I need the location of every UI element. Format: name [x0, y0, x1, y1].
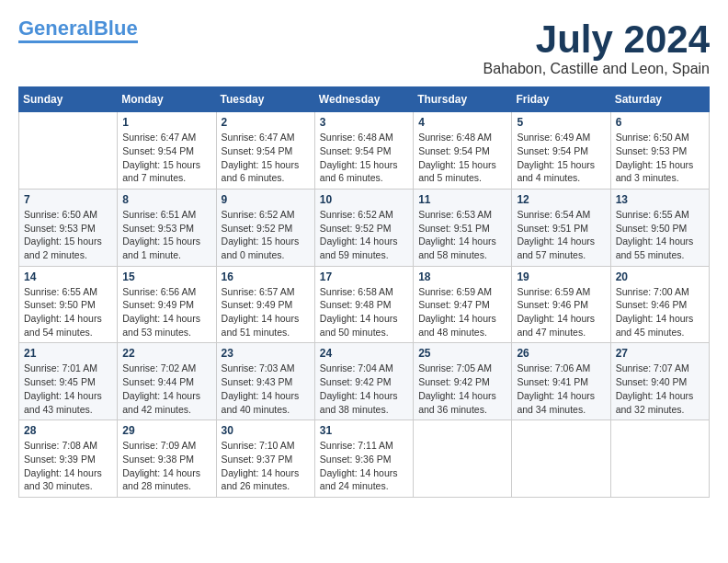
day-info: Sunrise: 7:02 AM Sunset: 9:44 PM Dayligh…	[122, 362, 210, 416]
calendar-cell: 1Sunrise: 6:47 AM Sunset: 9:54 PM Daylig…	[118, 112, 216, 190]
day-number: 13	[616, 193, 704, 206]
calendar-cell: 3Sunrise: 6:48 AM Sunset: 9:54 PM Daylig…	[314, 112, 413, 190]
weekday-header: Wednesday	[314, 87, 413, 112]
day-info: Sunrise: 7:10 AM Sunset: 9:37 PM Dayligh…	[222, 439, 310, 493]
weekday-header: Tuesday	[216, 87, 314, 112]
title-block: July 2024 Bahabon, Castille and Leon, Sp…	[483, 18, 710, 77]
day-info: Sunrise: 7:08 AM Sunset: 9:39 PM Dayligh…	[24, 439, 112, 493]
day-number: 1	[122, 116, 210, 129]
day-number: 28	[24, 424, 112, 437]
day-info: Sunrise: 6:52 AM Sunset: 9:52 PM Dayligh…	[320, 208, 408, 262]
calendar-cell: 7Sunrise: 6:50 AM Sunset: 9:53 PM Daylig…	[19, 189, 118, 266]
calendar-header-row: SundayMondayTuesdayWednesdayThursdayFrid…	[19, 87, 710, 112]
calendar-cell: 31Sunrise: 7:11 AM Sunset: 9:36 PM Dayli…	[314, 420, 413, 498]
day-number: 4	[418, 116, 506, 129]
calendar-cell: 2Sunrise: 6:47 AM Sunset: 9:54 PM Daylig…	[216, 112, 314, 190]
day-info: Sunrise: 6:48 AM Sunset: 9:54 PM Dayligh…	[418, 131, 506, 185]
day-info: Sunrise: 7:00 AM Sunset: 9:46 PM Dayligh…	[616, 285, 704, 339]
weekday-header: Monday	[118, 87, 216, 112]
calendar-cell: 4Sunrise: 6:48 AM Sunset: 9:54 PM Daylig…	[414, 112, 512, 190]
day-number: 30	[222, 424, 310, 437]
logo-general: General	[18, 17, 94, 40]
day-info: Sunrise: 7:04 AM Sunset: 9:42 PM Dayligh…	[320, 362, 408, 416]
day-info: Sunrise: 6:47 AM Sunset: 9:54 PM Dayligh…	[122, 131, 210, 185]
day-number: 20	[616, 270, 704, 283]
day-info: Sunrise: 7:09 AM Sunset: 9:38 PM Dayligh…	[122, 439, 210, 493]
calendar-cell: 9Sunrise: 6:52 AM Sunset: 9:52 PM Daylig…	[216, 189, 314, 266]
calendar-cell	[512, 420, 610, 498]
day-info: Sunrise: 6:57 AM Sunset: 9:49 PM Dayligh…	[222, 285, 310, 339]
calendar-cell: 28Sunrise: 7:08 AM Sunset: 9:39 PM Dayli…	[19, 420, 118, 498]
day-number: 9	[222, 193, 310, 206]
day-info: Sunrise: 7:06 AM Sunset: 9:41 PM Dayligh…	[517, 362, 605, 416]
day-info: Sunrise: 6:56 AM Sunset: 9:49 PM Dayligh…	[122, 285, 210, 339]
calendar-cell: 25Sunrise: 7:05 AM Sunset: 9:42 PM Dayli…	[414, 343, 512, 420]
day-info: Sunrise: 7:05 AM Sunset: 9:42 PM Dayligh…	[418, 362, 506, 416]
calendar-cell: 24Sunrise: 7:04 AM Sunset: 9:42 PM Dayli…	[314, 343, 413, 420]
logo-underline	[18, 40, 138, 43]
month-year: July 2024	[483, 18, 710, 61]
day-info: Sunrise: 6:52 AM Sunset: 9:52 PM Dayligh…	[222, 208, 310, 262]
day-number: 17	[320, 270, 408, 283]
logo-blue: Blue	[94, 17, 138, 40]
day-info: Sunrise: 6:53 AM Sunset: 9:51 PM Dayligh…	[418, 208, 506, 262]
calendar-cell: 15Sunrise: 6:56 AM Sunset: 9:49 PM Dayli…	[118, 266, 216, 343]
calendar-table: SundayMondayTuesdayWednesdayThursdayFrid…	[18, 86, 710, 498]
weekday-header: Sunday	[19, 87, 118, 112]
day-info: Sunrise: 6:59 AM Sunset: 9:47 PM Dayligh…	[418, 285, 506, 339]
day-number: 11	[418, 193, 506, 206]
day-info: Sunrise: 6:50 AM Sunset: 9:53 PM Dayligh…	[616, 131, 704, 185]
day-number: 23	[222, 347, 310, 360]
calendar-week-row: 21Sunrise: 7:01 AM Sunset: 9:45 PM Dayli…	[19, 343, 710, 420]
calendar-cell: 26Sunrise: 7:06 AM Sunset: 9:41 PM Dayli…	[512, 343, 610, 420]
day-number: 14	[24, 270, 112, 283]
calendar-cell	[414, 420, 512, 498]
day-info: Sunrise: 7:07 AM Sunset: 9:40 PM Dayligh…	[616, 362, 704, 416]
day-number: 18	[418, 270, 506, 283]
calendar-cell: 12Sunrise: 6:54 AM Sunset: 9:51 PM Dayli…	[512, 189, 610, 266]
day-number: 24	[320, 347, 408, 360]
calendar-cell: 18Sunrise: 6:59 AM Sunset: 9:47 PM Dayli…	[414, 266, 512, 343]
day-info: Sunrise: 6:54 AM Sunset: 9:51 PM Dayligh…	[517, 208, 605, 262]
calendar-cell: 27Sunrise: 7:07 AM Sunset: 9:40 PM Dayli…	[610, 343, 709, 420]
calendar-cell: 10Sunrise: 6:52 AM Sunset: 9:52 PM Dayli…	[314, 189, 413, 266]
day-info: Sunrise: 6:49 AM Sunset: 9:54 PM Dayligh…	[517, 131, 605, 185]
calendar-cell	[19, 112, 118, 190]
calendar-cell: 14Sunrise: 6:55 AM Sunset: 9:50 PM Dayli…	[19, 266, 118, 343]
calendar-cell: 30Sunrise: 7:10 AM Sunset: 9:37 PM Dayli…	[216, 420, 314, 498]
day-number: 31	[320, 424, 408, 437]
day-info: Sunrise: 6:55 AM Sunset: 9:50 PM Dayligh…	[24, 285, 112, 339]
day-info: Sunrise: 6:58 AM Sunset: 9:48 PM Dayligh…	[320, 285, 408, 339]
day-number: 26	[517, 347, 605, 360]
day-number: 16	[222, 270, 310, 283]
calendar-cell: 6Sunrise: 6:50 AM Sunset: 9:53 PM Daylig…	[610, 112, 709, 190]
calendar-cell: 17Sunrise: 6:58 AM Sunset: 9:48 PM Dayli…	[314, 266, 413, 343]
calendar-cell	[610, 420, 709, 498]
calendar-week-row: 14Sunrise: 6:55 AM Sunset: 9:50 PM Dayli…	[19, 266, 710, 343]
day-number: 7	[24, 193, 112, 206]
day-info: Sunrise: 6:55 AM Sunset: 9:50 PM Dayligh…	[616, 208, 704, 262]
day-number: 6	[616, 116, 704, 129]
calendar-cell: 16Sunrise: 6:57 AM Sunset: 9:49 PM Dayli…	[216, 266, 314, 343]
weekday-header: Thursday	[414, 87, 512, 112]
weekday-header: Saturday	[610, 87, 709, 112]
day-info: Sunrise: 7:01 AM Sunset: 9:45 PM Dayligh…	[24, 362, 112, 416]
page-header: GeneralBlue July 2024 Bahabon, Castille …	[18, 18, 710, 77]
day-info: Sunrise: 6:48 AM Sunset: 9:54 PM Dayligh…	[320, 131, 408, 185]
location: Bahabon, Castille and Leon, Spain	[483, 61, 710, 77]
calendar-cell: 11Sunrise: 6:53 AM Sunset: 9:51 PM Dayli…	[414, 189, 512, 266]
day-number: 21	[24, 347, 112, 360]
day-number: 15	[122, 270, 210, 283]
weekday-header: Friday	[512, 87, 610, 112]
day-number: 27	[616, 347, 704, 360]
day-info: Sunrise: 6:59 AM Sunset: 9:46 PM Dayligh…	[517, 285, 605, 339]
calendar-cell: 21Sunrise: 7:01 AM Sunset: 9:45 PM Dayli…	[19, 343, 118, 420]
calendar-cell: 8Sunrise: 6:51 AM Sunset: 9:53 PM Daylig…	[118, 189, 216, 266]
calendar-cell: 22Sunrise: 7:02 AM Sunset: 9:44 PM Dayli…	[118, 343, 216, 420]
calendar-cell: 13Sunrise: 6:55 AM Sunset: 9:50 PM Dayli…	[610, 189, 709, 266]
day-info: Sunrise: 7:11 AM Sunset: 9:36 PM Dayligh…	[320, 439, 408, 493]
calendar-cell: 19Sunrise: 6:59 AM Sunset: 9:46 PM Dayli…	[512, 266, 610, 343]
calendar-cell: 5Sunrise: 6:49 AM Sunset: 9:54 PM Daylig…	[512, 112, 610, 190]
calendar-week-row: 7Sunrise: 6:50 AM Sunset: 9:53 PM Daylig…	[19, 189, 710, 266]
day-number: 22	[122, 347, 210, 360]
